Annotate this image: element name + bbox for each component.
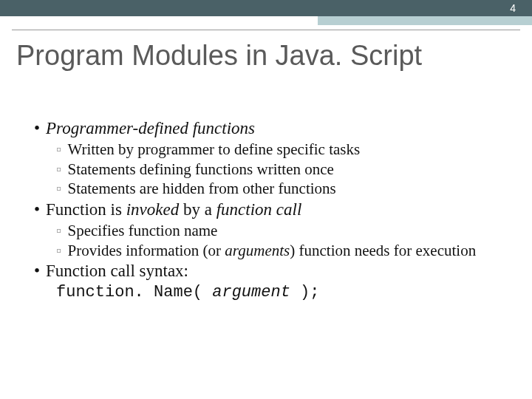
bullet-dot-icon: •	[34, 119, 40, 137]
square-bullet-icon: ▫	[56, 242, 61, 259]
sub-bullet-text: Statements defining functions written on…	[67, 160, 333, 178]
sub-bullet: ▫Statements are hidden from other functi…	[56, 180, 502, 199]
sub-bullet-text-a: Provides information (or	[67, 242, 225, 259]
code-a: function. Name(	[56, 283, 212, 301]
content-area: •Programmer-defined functions ▫Written b…	[34, 118, 502, 303]
sub-bullet-text: Written by programmer to define specific…	[67, 140, 360, 158]
square-bullet-icon: ▫	[56, 180, 61, 197]
sub-bullet-text-c: ) function needs for execution	[290, 242, 476, 259]
sub-bullet: ▫Provides information (or arguments) fun…	[56, 242, 502, 261]
bullet-2: •Function is invoked by a function call	[34, 200, 502, 220]
bullet-dot-icon: •	[34, 262, 40, 280]
horizontal-rule	[12, 30, 520, 30]
bullet-1-text: Programmer-defined functions	[46, 119, 255, 137]
top-bar: 4	[0, 0, 532, 16]
sub-bullet: ▫Statements defining functions written o…	[56, 160, 502, 180]
sub-bullet-text: Specifies function name	[67, 222, 217, 239]
square-bullet-icon: ▫	[56, 222, 61, 239]
bullet-2-text-d: function call	[216, 200, 302, 219]
square-bullet-icon: ▫	[56, 160, 61, 178]
bullet-dot-icon: •	[34, 200, 40, 219]
accent-strip	[318, 16, 532, 25]
slide-number: 4	[510, 0, 516, 16]
square-bullet-icon: ▫	[56, 140, 61, 158]
code-c: );	[290, 283, 320, 301]
bullet-3: •Function call syntax:	[34, 261, 502, 282]
code-line: function. Name( argument );	[56, 283, 502, 303]
bullet-1: •Programmer-defined functions	[34, 118, 502, 139]
slide: 4 Program Modules in Java. Script •Progr…	[0, 0, 532, 399]
sub-bullet-text-b: arguments	[225, 242, 290, 259]
bullet-3-text: Function call syntax:	[46, 262, 188, 280]
sub-bullet: ▫Specifies function name	[56, 222, 502, 241]
sub-bullet: ▫Written by programmer to define specifi…	[56, 140, 502, 160]
bullet-2-text-a: Function is	[46, 200, 126, 219]
bullet-2-text-b: invoked	[126, 200, 180, 219]
bullet-2-text-c: by a	[179, 200, 216, 219]
slide-title: Program Modules in Java. Script	[16, 40, 422, 72]
sub-bullet-text: Statements are hidden from other functio…	[67, 180, 335, 197]
code-b: argument	[212, 283, 290, 301]
